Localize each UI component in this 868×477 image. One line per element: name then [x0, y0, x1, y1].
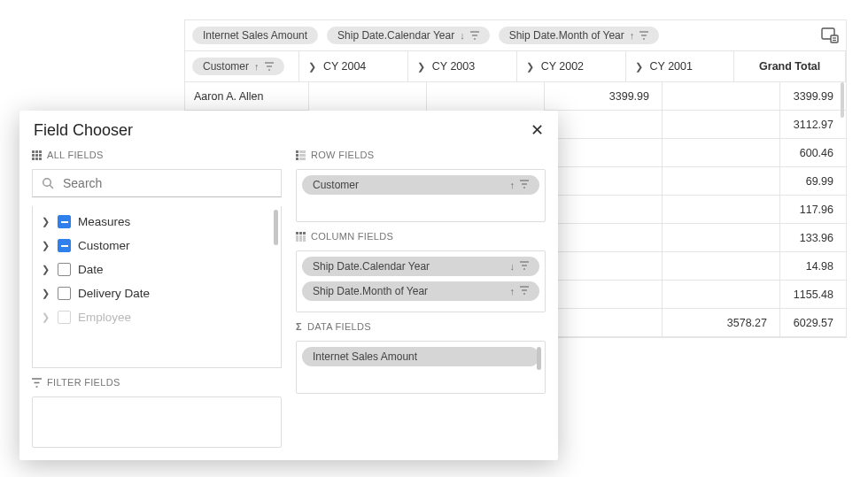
column-header[interactable]: ❯CY 2001 — [626, 51, 735, 81]
sort-desc-icon: ↓ — [510, 261, 515, 272]
checkbox-indeterminate[interactable] — [58, 239, 71, 252]
svg-rect-18 — [299, 150, 306, 153]
search-box[interactable] — [32, 169, 282, 197]
field-chooser-button[interactable] — [821, 27, 839, 44]
search-input[interactable] — [61, 175, 272, 191]
svg-rect-16 — [296, 154, 298, 157]
expand-icon: ❯ — [635, 61, 643, 73]
svg-rect-17 — [296, 158, 298, 160]
field-chip-calendar-year[interactable]: Ship Date.Calendar Year ↓ — [302, 257, 539, 276]
right-column: ROW FIELDS Customer ↑ COLUMN FIELDS Ship… — [296, 150, 546, 448]
chip-label: Ship Date.Month of Year — [509, 29, 624, 42]
total-cell: 6029.57 — [779, 309, 846, 337]
filter-icon — [520, 180, 529, 190]
data-column-cy2001: 3578.27 — [663, 82, 780, 337]
chip-label: Ship Date.Calendar Year — [337, 29, 454, 42]
tree-item[interactable]: ❯Measures — [33, 210, 281, 234]
column-chip-month[interactable]: Ship Date.Month of Year ↑ — [499, 27, 660, 44]
filter-fields-area[interactable] — [32, 396, 282, 448]
total-cell: 117.96 — [779, 196, 846, 224]
total-cell: 1155.48 — [779, 281, 846, 309]
checkbox-empty[interactable] — [58, 311, 71, 324]
svg-rect-23 — [303, 232, 306, 235]
all-fields-tree: ❯Measures ❯Customer ❯Date ❯Delivery Date… — [32, 206, 282, 368]
total-cell: 3399.99 — [779, 82, 846, 111]
svg-rect-9 — [39, 154, 42, 157]
total-cell: 14.98 — [779, 252, 846, 281]
tree-item[interactable]: ❯Delivery Date — [33, 281, 281, 305]
pivot-toolbar: Internet Sales Amount Ship Date.Calendar… — [185, 20, 846, 51]
column-fields-label: COLUMN FIELDS — [296, 231, 546, 242]
svg-rect-10 — [32, 158, 35, 160]
chip-label: Customer — [313, 179, 359, 191]
scrollbar-thumb[interactable] — [274, 210, 278, 245]
grand-total-column: 3399.99 3112.97 600.46 69.99 117.96 133.… — [779, 82, 846, 337]
checkbox-empty[interactable] — [58, 263, 71, 276]
data-fields-label: Σ DATA FIELDS — [296, 321, 546, 332]
filter-icon — [32, 378, 42, 388]
sigma-icon: Σ — [296, 321, 302, 332]
svg-rect-4 — [32, 150, 35, 153]
filter-fields-label: FILTER FIELDS — [32, 377, 282, 388]
close-icon[interactable]: ✕ — [531, 122, 544, 138]
sort-asc-icon: ↑ — [510, 180, 515, 190]
row-fields-label: ROW FIELDS — [296, 150, 546, 160]
sort-asc-icon: ↑ — [510, 286, 515, 296]
svg-rect-8 — [35, 154, 38, 157]
row-chip-customer[interactable]: Customer ↑ — [192, 58, 284, 75]
svg-rect-12 — [39, 158, 42, 160]
svg-rect-25 — [299, 235, 302, 242]
total-cell: 3112.97 — [779, 111, 846, 139]
filter-icon — [520, 286, 529, 296]
data-chip-measures[interactable]: Internet Sales Amount — [192, 27, 318, 44]
chevron-right-icon: ❯ — [42, 216, 50, 227]
scrollbar-thumb[interactable] — [537, 347, 541, 370]
field-chip-month[interactable]: Ship Date.Month of Year ↑ — [302, 281, 539, 301]
row-fields-area[interactable]: Customer ↑ — [296, 169, 546, 222]
sort-asc-icon: ↑ — [254, 61, 260, 72]
data-fields-area[interactable]: Internet Sales Amount — [296, 341, 546, 394]
svg-rect-11 — [35, 158, 38, 160]
dialog-title: Field Chooser — [34, 121, 133, 140]
chevron-right-icon: ❯ — [42, 240, 50, 251]
chevron-right-icon: ❯ — [42, 264, 50, 275]
column-fields-area[interactable]: Ship Date.Calendar Year ↓ Ship Date.Mont… — [296, 250, 546, 312]
grid-icon — [32, 150, 42, 160]
expand-icon: ❯ — [417, 61, 425, 73]
tree-item[interactable]: ❯Customer — [33, 234, 281, 258]
column-chip-calendar-year[interactable]: Ship Date.Calendar Year ↓ — [327, 27, 490, 44]
scrollbar-thumb[interactable] — [841, 82, 844, 118]
chevron-right-icon: ❯ — [42, 312, 50, 323]
data-cell: 3578.27 — [663, 309, 779, 337]
row-header[interactable]: Aaron A. Allen — [185, 82, 308, 111]
column-header[interactable]: ❯CY 2003 — [408, 51, 517, 81]
svg-rect-20 — [299, 158, 306, 160]
expand-icon: ❯ — [526, 61, 534, 73]
rows-icon — [296, 150, 306, 160]
svg-rect-22 — [299, 232, 302, 235]
filter-icon — [639, 31, 648, 40]
search-icon — [42, 177, 54, 189]
sort-desc-icon: ↓ — [460, 30, 465, 41]
filter-icon — [520, 261, 529, 272]
chip-label: Internet Sales Amount — [313, 350, 417, 363]
checkbox-empty[interactable] — [58, 287, 71, 300]
field-chip-sales-amount[interactable]: Internet Sales Amount — [302, 347, 539, 366]
columns-icon — [296, 232, 306, 242]
column-header[interactable]: ❯CY 2004 — [299, 51, 408, 81]
column-header[interactable]: ❯CY 2002 — [517, 51, 626, 81]
svg-rect-19 — [299, 154, 306, 157]
tree-item[interactable]: ❯Employee — [33, 305, 281, 329]
filter-icon — [265, 62, 274, 71]
filter-icon — [470, 31, 479, 40]
tree-item[interactable]: ❯Date — [33, 258, 281, 281]
svg-rect-15 — [296, 150, 298, 153]
chip-label: Ship Date.Calendar Year — [313, 260, 430, 273]
svg-rect-24 — [296, 235, 298, 242]
svg-rect-6 — [39, 150, 42, 153]
field-chooser-dialog: Field Chooser ✕ ALL FIELDS ❯Measures ❯Cu… — [19, 111, 558, 460]
chevron-right-icon: ❯ — [42, 288, 50, 299]
checkbox-indeterminate[interactable] — [58, 215, 71, 228]
svg-rect-21 — [296, 232, 298, 235]
field-chip-customer[interactable]: Customer ↑ — [302, 175, 539, 195]
